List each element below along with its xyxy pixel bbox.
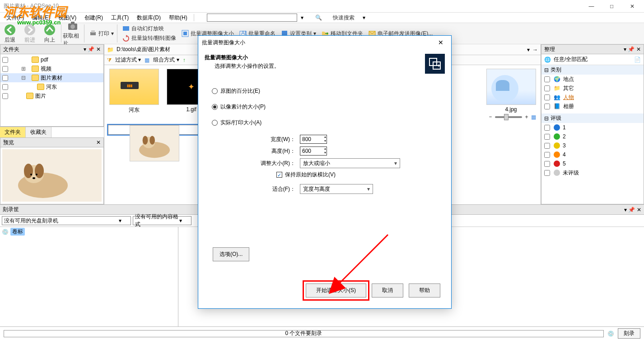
toolbar-divider [84,24,84,42]
tree-item[interactable]: ⊟图片素材 [0,73,103,82]
tree-checkbox[interactable] [2,57,8,63]
filter-dropdown[interactable]: 过滤方式 ▾ [115,56,141,64]
match-selector[interactable]: 🌐 任意/全部匹配 📄 [541,54,644,65]
print-button[interactable]: 打印▾ [88,29,116,38]
help-button[interactable]: 帮助 [409,283,440,298]
height-input[interactable]: 600 [300,146,327,156]
zoom-out-icon[interactable]: － [488,113,493,121]
rating-item[interactable]: 1 [541,123,644,132]
category-item[interactable]: 📁其它 [541,84,644,93]
tree-checkbox[interactable] [2,93,8,99]
rating-item[interactable]: 未评级 [541,168,644,177]
folder-tree[interactable]: pdf ⊞视频 ⊟图片素材 河东 图片 [0,54,104,127]
tree-item[interactable]: 图片 [0,91,103,100]
sort-arrow-icon[interactable]: ↑ [183,57,186,63]
panel-close-icon[interactable]: ✕ [636,46,641,52]
menu-tools[interactable]: 工具(T) [107,13,132,23]
preview-panel-title: 预览 [3,139,14,146]
cancel-button[interactable]: 取消 [372,283,403,298]
quick-search-dropdown-icon[interactable]: ▾ [359,14,369,22]
rating-item[interactable]: 3 [541,141,644,150]
window-title: 图片素材 - ACDSee 10 [4,2,59,10]
panel-close-icon[interactable]: ✕ [96,139,101,146]
rating-dot-icon [554,142,560,149]
fit-select[interactable]: 宽度与高度 [300,184,373,194]
up-button[interactable]: 向上 [40,24,60,44]
burn-drive-select[interactable]: 没有可用的光盘刻录机▾ [2,216,131,225]
dialog-close-icon[interactable]: ✕ [434,39,448,46]
svg-rect-6 [90,32,96,35]
volume-label-item[interactable]: 💿 卷标 [0,227,178,236]
auto-slideshow-button[interactable]: 自动幻灯放映 [121,24,178,33]
tab-favorites[interactable]: 收藏夹 [26,127,51,137]
width-input[interactable]: 800 [300,135,327,144]
resize-select[interactable]: 放大或缩小 [300,158,400,168]
window-minimize-button[interactable]: — [581,0,602,13]
menu-database[interactable]: 数据库(D) [133,13,164,23]
rating-section-header[interactable]: ⊟ 评级 [541,113,644,123]
dialog-body: 原图的百分比(E) 以像素计的大小(P) 实际/打印大小(A) 宽度(W)： 8… [198,78,451,206]
menu-help[interactable]: 帮助(H) [165,13,191,23]
back-button[interactable]: 后退 [0,24,20,44]
burn-tree[interactable]: 💿 卷标 [0,227,178,326]
burn-format-select[interactable]: 没有可用的内容格式▾ [133,216,191,225]
zoom-slider[interactable]: － ＋ ▦ [488,113,536,121]
svg-point-21 [36,174,37,175]
tab-folders[interactable]: 文件夹 [0,127,26,137]
tree-item[interactable]: ⊞视频 [0,64,103,73]
options-button[interactable]: 选项(O)... [213,247,249,261]
quick-search-link[interactable]: 快速搜索 [329,13,358,23]
slider-track[interactable] [495,116,522,118]
panel-close-icon[interactable]: ✕ [96,46,101,52]
tree-item[interactable]: 河东 [0,82,103,91]
burn-progress-text: 0 个文件要刻录 [285,330,322,337]
forward-button: 前进 [20,24,40,44]
rating-item[interactable]: 4 [541,150,644,159]
pin-icon[interactable]: ▾ 📌 [624,46,635,52]
tree-checkbox[interactable] [2,84,8,90]
preview-image [2,149,102,202]
toolbar-divider [61,24,61,42]
keep-ratio-checkbox[interactable]: 保持原始的纵横比(V) [276,171,336,179]
radio-pixels[interactable]: 以像素计的大小(P) [212,103,438,111]
category-item[interactable]: 📘相册 [541,102,644,111]
tree-item[interactable]: pdf [0,55,103,64]
view-mode-icon[interactable]: ▦ [531,114,536,120]
radio-print[interactable]: 实际/打印大小(A) [212,119,438,127]
panel-close-icon[interactable]: ✕ [637,207,641,213]
dialog-titlebar[interactable]: 批量调整图像大小 ✕ [198,36,451,49]
svg-rect-8 [123,26,129,31]
burn-button[interactable]: 刻录 [618,328,640,339]
category-item[interactable]: 👥人物 [541,93,644,102]
search-box[interactable] [207,14,297,22]
start-resize-button[interactable]: 开始调整大小(S) [306,283,366,298]
category-item[interactable]: 🌍地点 [541,75,644,84]
address-dropdown-icon[interactable]: ▾ [527,47,530,53]
menu-file[interactable]: 文件(F) [3,13,28,23]
slider-thumb[interactable] [504,114,509,120]
pin-icon[interactable]: ▾ 📌 [84,46,94,52]
thumbnail-item[interactable]: 4.jpg [485,69,537,114]
radio-percent[interactable]: 原图的百分比(E) [212,87,438,95]
window-close-button[interactable]: ✕ [622,0,642,13]
folder-icon [26,93,33,99]
zoom-in-icon[interactable]: ＋ [524,113,529,121]
thumbnail-item[interactable]: 2017-12-15_1641... [108,125,208,135]
rating-item[interactable]: 5 [541,159,644,168]
category-section-header[interactable]: ⊟ 类别 [541,65,644,75]
acquire-button[interactable]: 获取相片 [63,19,83,47]
menu-edit[interactable]: 编辑(E) [28,13,54,23]
rating-item[interactable]: 2 [541,132,644,141]
batch-rotate-button[interactable]: 批量旋转/翻转图像 [121,34,178,42]
search-dropdown-icon[interactable]: ▾ [297,14,307,22]
new-item-icon[interactable]: 📄 [634,57,641,63]
pin-icon[interactable]: ▾ 📌 [624,207,635,213]
group-dropdown[interactable]: 组合方式 ▾ [153,56,179,64]
thumbnail-item[interactable]: ▮▮▮ 河东 [108,69,160,114]
tree-checkbox[interactable] [2,66,8,72]
people-icon: 👥 [554,94,560,100]
window-maximize-button[interactable]: □ [602,0,622,13]
menu-create[interactable]: 创建(R) [81,13,107,23]
go-icon[interactable]: → [532,47,538,53]
tree-checkbox[interactable] [2,75,8,81]
